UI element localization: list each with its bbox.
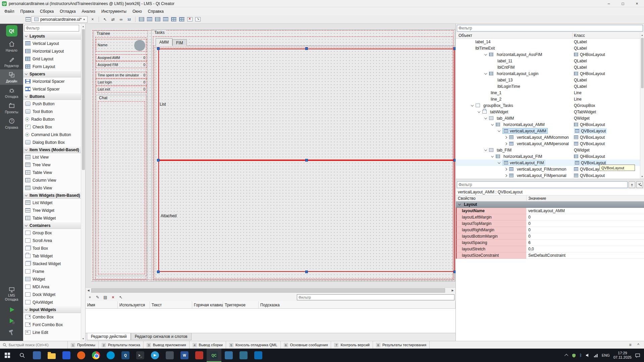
build-button[interactable] — [0, 327, 23, 338]
volume-icon[interactable] — [586, 353, 590, 357]
action-filter-input[interactable] — [297, 294, 454, 300]
object-row-label_13[interactable]: label_13QLabel — [456, 77, 644, 83]
selection-handle-9[interactable] — [453, 270, 455, 273]
form-field-last-exit[interactable]: Last exit0 — [96, 86, 147, 93]
menu-window[interactable]: Окно — [129, 8, 145, 15]
close-button[interactable]: × — [630, 0, 644, 7]
network-icon[interactable] — [594, 354, 598, 357]
property-value[interactable]: 6 — [526, 240, 644, 246]
action-column-3[interactable]: Текст — [150, 301, 192, 308]
output-pane-5[interactable]: 5Консоль отладчика QML — [226, 341, 281, 349]
selected-layout-top[interactable] — [158, 49, 455, 160]
object-row-horizontalLayout_AMM[interactable]: horizontalLayout_AMMQHBoxLayout — [456, 121, 644, 128]
widgetbox-item-tree-view[interactable]: Tree View — [23, 161, 85, 169]
widgetbox-item-vertical-spacer[interactable]: Vertical Spacer — [23, 85, 85, 93]
taskbar-app-terminal[interactable]: >_ — [133, 349, 148, 362]
selection-handle-7[interactable] — [157, 270, 160, 273]
output-pane-3[interactable]: 3Вывод приложения — [144, 341, 190, 349]
widgetbox-item-dock-widget[interactable]: Dock Widget — [23, 291, 85, 298]
language-indicator[interactable]: ENG — [602, 353, 610, 357]
chevron-down-icon[interactable] — [484, 72, 487, 74]
open-file-tab[interactable]: personalcardtrainee.ui* ▾ — [32, 16, 88, 23]
widgetbox-item-tab-widget[interactable]: Tab Widget — [23, 252, 85, 260]
property-row-layoutSpacing[interactable]: layoutSpacing6 — [456, 240, 644, 246]
name-label[interactable]: Name — [98, 43, 107, 47]
scrollbar-thumb[interactable] — [82, 29, 85, 170]
quick-search-field[interactable]: Быстрый поиск (Ctrl+K) — [0, 341, 68, 349]
expand-collapse-button[interactable]: ± — [629, 181, 635, 188]
widgetbox-item-font-combo-box[interactable]: Font Combo Box — [23, 321, 85, 328]
widgetbox-item-dialog-button-box[interactable]: Dialog Button Box — [23, 138, 85, 146]
menu-tools[interactable]: Инструменты — [98, 8, 129, 15]
tasks-groupbox[interactable]: Tasks AMM FIM List Attached — [151, 29, 455, 282]
widgetbox-item-horizontal-layout[interactable]: Horizontal Layout — [23, 47, 85, 55]
form-field-last-login[interactable]: Last login0 — [96, 79, 147, 85]
property-row-layoutStretch[interactable]: layoutStretch0,0 — [456, 246, 644, 252]
menu-help[interactable]: Справка — [145, 8, 167, 15]
widgetbox-item-tool-button[interactable]: Tool Button — [23, 108, 85, 115]
widgetbox-item-list-widget[interactable]: List Widget — [23, 199, 85, 206]
widgetbox-item-mdi-area[interactable]: MDI Area — [23, 283, 85, 291]
widgetbox-item-scroll-area[interactable]: Scroll Area — [23, 237, 85, 244]
layout-splitter-horizontal-button[interactable] — [154, 16, 161, 23]
menu-debug[interactable]: Отладка — [57, 8, 78, 15]
selection-handle-6[interactable] — [453, 159, 455, 162]
shield-icon[interactable] — [572, 353, 576, 358]
object-row-label_14[interactable]: label_14QLabel — [456, 39, 644, 45]
chevron-down-icon[interactable] — [491, 123, 494, 125]
chevron-right-icon[interactable] — [504, 142, 507, 145]
taskbar-app-qt-creator[interactable]: QC — [207, 349, 221, 362]
column-class[interactable]: Класс — [574, 33, 585, 38]
form-tab-amm[interactable]: AMM — [156, 38, 172, 46]
widgetbox-item-table-view[interactable]: Table View — [23, 169, 85, 176]
property-value[interactable]: 0,0 — [526, 246, 644, 252]
break-layout-button[interactable] — [186, 16, 194, 23]
property-row-layoutSizeConstraint[interactable]: layoutSizeConstraintSetDefaultConstraint — [456, 252, 644, 259]
widgetbox-scrollbar[interactable]: ▲ ▼ — [81, 24, 85, 341]
selection-handle-3[interactable] — [453, 47, 455, 50]
mode-welcome[interactable]: Начало — [0, 39, 23, 54]
layout-horizontally-button[interactable] — [138, 16, 145, 23]
object-row-horizontalLayout_FIM[interactable]: horizontalLayout_FIMQHBoxLayout — [456, 153, 644, 160]
widgetbox-item-group-box[interactable]: Group Box — [23, 229, 85, 237]
column-property[interactable]: Свойство — [458, 196, 476, 201]
trainee-groupbox[interactable]: Trainee Name Assigned AMM0Assigned FIM0 … — [94, 31, 148, 280]
taskbar-app-telegram[interactable] — [148, 349, 162, 362]
attached-groupbox-title[interactable]: Attached — [161, 214, 176, 218]
object-row-line_1[interactable]: line_1Line — [456, 89, 644, 96]
widgetbox-category-item-views-model-based[interactable]: Item Views (Model-Based) — [23, 146, 85, 153]
form-field-time-spent-on-the-simulator[interactable]: Time spent on the simulator0 — [96, 72, 147, 78]
navigate-action-icon[interactable]: ↖ — [117, 294, 124, 301]
output-pane-2[interactable]: 2Результаты поиска — [99, 341, 144, 349]
widgetbox-item-push-button[interactable]: Push Button — [23, 100, 85, 108]
output-pane-7[interactable]: 7Контроль версий — [331, 341, 373, 349]
object-row-tab_AMM[interactable]: tab_AMMQWidget — [456, 115, 644, 121]
object-row-tab_FIM[interactable]: tab_FIMQWidget — [456, 147, 644, 153]
list-groupbox-title[interactable]: List — [160, 102, 166, 107]
chevron-down-icon[interactable] — [498, 129, 500, 132]
scroll-right-icon[interactable]: ▶ — [450, 288, 455, 293]
object-row-label_11[interactable]: label_11QLabel — [456, 58, 644, 64]
widgetbox-item-column-view[interactable]: Column View — [23, 176, 85, 184]
edit-signals-slots-button[interactable]: ⇄ — [109, 16, 117, 23]
property-filter-input[interactable] — [457, 181, 628, 188]
action-column-6[interactable]: Подсказка — [259, 301, 455, 308]
widgetbox-item-tool-box[interactable]: Tool Box — [23, 244, 85, 252]
scrollbar-thumb[interactable] — [91, 288, 445, 293]
taskbar-search-button[interactable] — [15, 349, 30, 362]
property-value[interactable]: 0 — [526, 214, 644, 221]
bluetooth-icon[interactable]: ᛒ — [580, 353, 582, 358]
taskbar-app-system-monitor[interactable] — [162, 349, 177, 362]
widgetbox-item-table-widget[interactable]: Table Widget — [23, 214, 85, 222]
object-row-verticalLayout_AMMcommon[interactable]: verticalLayout_AMMcommonQVBoxLayout — [456, 134, 644, 140]
new-action-icon[interactable]: + — [87, 294, 93, 301]
edit-buddies-button[interactable]: ∞ — [117, 16, 125, 23]
property-row-layoutName[interactable]: layoutNameverticalLayout_AMM — [456, 208, 644, 214]
mode-help[interactable]: ?Справка — [0, 116, 23, 131]
document-list-icon[interactable] — [25, 17, 31, 21]
mode-design[interactable]: Дизайн — [0, 69, 23, 85]
widgetbox-item-grid-layout[interactable]: Grid Layout — [23, 55, 85, 63]
settings-wrench-icon[interactable] — [636, 181, 643, 188]
layout-vertically-button[interactable] — [146, 16, 153, 23]
chevron-down-icon[interactable] — [471, 104, 474, 106]
